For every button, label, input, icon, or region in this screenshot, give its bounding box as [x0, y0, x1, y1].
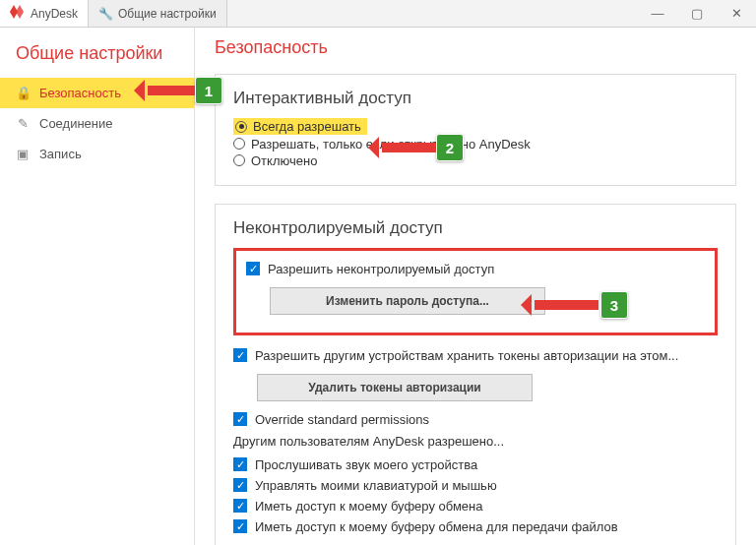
checkbox-allow-tokens[interactable]: Разрешить другим устройствам хранить ток…	[233, 345, 718, 366]
checkbox-label: Разрешить другим устройствам хранить ток…	[255, 348, 678, 363]
sidebar: Общие настройки 🔒 Безопасность ✎ Соедине…	[0, 28, 195, 545]
record-icon: ▣	[16, 147, 30, 161]
lock-icon: 🔒	[16, 86, 30, 100]
checkbox-perm-clipboard[interactable]: Иметь доступ к моему буферу обмена	[233, 496, 718, 516]
radio-label: Разрешать, только если открыто окно AnyD…	[251, 137, 531, 151]
section-title: Интерактивный доступ	[233, 89, 718, 108]
tab-anydesk[interactable]: AnyDesk	[0, 0, 89, 27]
sidebar-item-label: Запись	[39, 147, 82, 161]
checkbox-label: Override standard permissions	[255, 412, 429, 427]
checkbox-icon	[233, 348, 247, 362]
radio-icon	[235, 121, 247, 133]
tab-label: Общие настройки	[118, 7, 217, 21]
section-title: Неконтролируемый доступ	[233, 218, 718, 238]
checkbox-icon	[233, 412, 247, 426]
radio-window-open[interactable]: Разрешать, только если открыто окно AnyD…	[233, 136, 718, 152]
delete-tokens-button[interactable]: Удалить токены авторизации	[257, 374, 533, 401]
checkbox-perm-audio[interactable]: Прослушивать звук моего устройства	[233, 454, 718, 475]
checkbox-icon	[233, 519, 247, 533]
maximize-button[interactable]: ▢	[677, 0, 717, 27]
close-button[interactable]: ✕	[717, 0, 756, 27]
radio-icon	[233, 138, 245, 150]
sidebar-item-connection[interactable]: ✎ Соединение	[0, 108, 194, 139]
checkbox-label: Прослушивать звук моего устройства	[255, 457, 477, 472]
checkbox-label: Управлять моими клавиатурой и мышью	[255, 478, 497, 493]
wrench-icon: 🔧	[98, 7, 113, 21]
checkbox-icon	[246, 262, 260, 275]
link-icon: ✎	[16, 116, 30, 131]
tab-label: AnyDesk	[31, 7, 78, 21]
anydesk-logo-icon	[10, 5, 26, 22]
checkbox-perm-input[interactable]: Управлять моими клавиатурой и мышью	[233, 475, 718, 496]
radio-always-allow[interactable]: Всегда разрешать	[233, 118, 367, 135]
sidebar-item-label: Соединение	[39, 116, 113, 131]
checkbox-label: Разрешить неконтролируемый доступ	[268, 262, 494, 276]
radio-label: Отключено	[251, 153, 317, 168]
radio-icon	[233, 154, 245, 166]
content-area: Безопасность Интерактивный доступ Всегда…	[195, 28, 756, 545]
minimize-button[interactable]: —	[638, 0, 677, 27]
callout-password-box: Разрешить неконтролируемый доступ Измени…	[233, 248, 718, 335]
checkbox-allow-unattended[interactable]: Разрешить неконтролируемый доступ	[246, 259, 705, 279]
sidebar-item-recording[interactable]: ▣ Запись	[0, 139, 194, 169]
sidebar-title: Общие настройки	[0, 37, 194, 78]
section-unattended-access: Неконтролируемый доступ Разрешить неконт…	[215, 204, 736, 546]
checkbox-override-permissions[interactable]: Override standard permissions	[233, 409, 718, 430]
titlebar: AnyDesk 🔧 Общие настройки — ▢ ✕	[0, 0, 756, 28]
checkbox-icon	[233, 478, 247, 492]
checkbox-label: Иметь доступ к моему буферу обмена для п…	[255, 519, 618, 534]
tab-settings[interactable]: 🔧 Общие настройки	[89, 0, 227, 27]
radio-disabled[interactable]: Отключено	[233, 152, 718, 169]
checkbox-perm-clipboard-files[interactable]: Иметь доступ к моему буферу обмена для п…	[233, 516, 718, 537]
sidebar-item-label: Безопасность	[39, 86, 121, 100]
checkbox-icon	[233, 457, 247, 471]
section-interactive-access: Интерактивный доступ Всегда разрешать Ра…	[215, 74, 736, 186]
radio-label: Всегда разрешать	[253, 119, 361, 134]
checkbox-label: Иметь доступ к моему буферу обмена	[255, 499, 482, 514]
sidebar-item-security[interactable]: 🔒 Безопасность	[0, 78, 194, 108]
page-title: Безопасность	[215, 37, 736, 58]
checkbox-icon	[233, 499, 247, 513]
change-password-button[interactable]: Изменить пароль доступа...	[270, 287, 545, 315]
permissions-note: Другим пользователям AnyDesk разрешено..…	[233, 430, 718, 454]
